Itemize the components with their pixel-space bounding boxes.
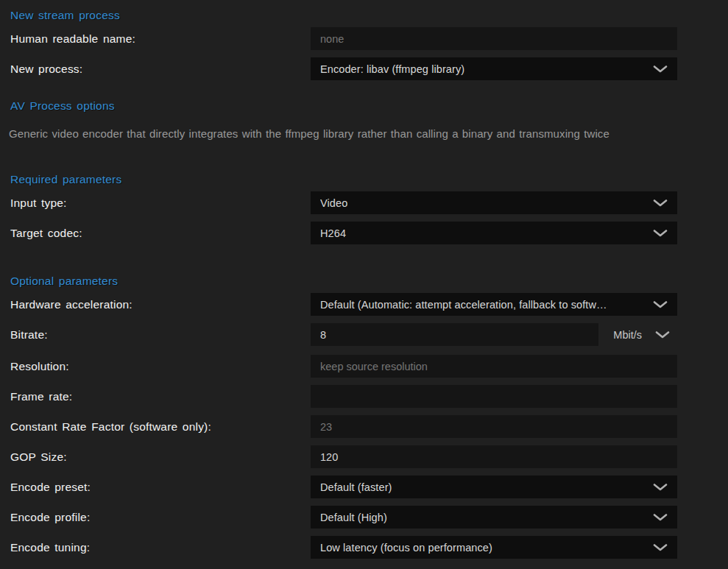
- chevron-down-icon: [653, 230, 668, 237]
- field-row-encode-preset: Encode preset: Default (faster): [9, 476, 677, 498]
- target-codec-select[interactable]: H264: [311, 222, 677, 244]
- encode-tuning-select[interactable]: Low latency (focus on performance): [311, 536, 677, 559]
- human-readable-name-label: Human readable name:: [9, 32, 311, 46]
- input-type-select-value: Video: [320, 197, 347, 209]
- field-row-input-type: Input type: Video: [9, 191, 677, 214]
- chevron-down-icon: [653, 514, 668, 521]
- encode-preset-label: Encode preset:: [9, 481, 311, 494]
- field-row-constant-rate-factor: Constant Rate Factor (software only):: [9, 415, 677, 438]
- chevron-down-icon: [655, 331, 670, 339]
- section-title-new-stream-process: New stream process: [9, 9, 677, 21]
- encode-profile-label: Encode profile:: [9, 511, 311, 524]
- field-row-target-codec: Target codec: H264: [9, 222, 677, 244]
- encode-preset-select-value: Default (faster): [320, 481, 392, 493]
- new-process-select-value: Encoder: libav (ffmpeg library): [320, 63, 464, 75]
- field-row-new-process: New process: Encoder: libav (ffmpeg libr…: [9, 57, 677, 80]
- field-row-human-readable-name: Human readable name:: [9, 27, 677, 50]
- resolution-label: Resolution:: [9, 360, 311, 373]
- stream-process-form: New stream process Human readable name: …: [0, 0, 728, 569]
- encode-preset-select[interactable]: Default (faster): [311, 476, 677, 498]
- target-codec-label: Target codec:: [9, 227, 311, 240]
- human-readable-name-input[interactable]: [311, 27, 677, 50]
- bitrate-unit-label: Mbit/s: [613, 329, 642, 341]
- field-row-bitrate: Bitrate: Mbit/s: [9, 323, 677, 346]
- bitrate-input[interactable]: [311, 323, 598, 346]
- new-process-label: New process:: [9, 63, 311, 76]
- input-type-select[interactable]: Video: [311, 191, 677, 214]
- chevron-down-icon: [653, 544, 668, 551]
- field-row-frame-rate: Frame rate:: [9, 385, 677, 408]
- input-type-label: Input type:: [9, 197, 311, 210]
- section-title-optional-parameters: Optional parameters: [9, 275, 677, 287]
- encode-tuning-select-value: Low latency (focus on performance): [320, 542, 492, 554]
- new-process-select[interactable]: Encoder: libav (ffmpeg library): [311, 57, 677, 80]
- gop-size-label: GOP Size:: [9, 450, 311, 464]
- encode-profile-select-value: Default (High): [320, 512, 387, 523]
- bitrate-unit-select[interactable]: Mbit/s: [598, 323, 677, 346]
- gop-size-input[interactable]: [311, 445, 677, 468]
- constant-rate-factor-label: Constant Rate Factor (software only):: [9, 420, 311, 434]
- resolution-input[interactable]: [311, 355, 677, 378]
- chevron-down-icon: [653, 484, 668, 491]
- encode-tuning-label: Encode tuning:: [9, 541, 311, 554]
- field-row-hardware-acceleration: Hardware acceleration: Default (Automati…: [9, 293, 677, 316]
- hardware-acceleration-select-value: Default (Automatic: attempt acceleration…: [320, 299, 607, 311]
- field-row-gop-size: GOP Size:: [9, 445, 677, 468]
- field-row-resolution: Resolution:: [9, 355, 677, 378]
- chevron-down-icon: [653, 199, 668, 207]
- frame-rate-input[interactable]: [311, 385, 677, 408]
- chevron-down-icon: [653, 66, 668, 73]
- chevron-down-icon: [653, 301, 668, 308]
- hardware-acceleration-label: Hardware acceleration:: [9, 298, 311, 311]
- section-title-required-parameters: Required parameters: [9, 173, 677, 185]
- section-title-av-process-options: AV Process options: [9, 99, 677, 112]
- field-row-encode-tuning: Encode tuning: Low latency (focus on per…: [9, 536, 677, 559]
- encoder-description: Generic video encoder that directly inte…: [9, 127, 677, 141]
- hardware-acceleration-select[interactable]: Default (Automatic: attempt acceleration…: [311, 293, 677, 316]
- target-codec-select-value: H264: [320, 227, 346, 239]
- field-row-encode-profile: Encode profile: Default (High): [9, 506, 677, 529]
- frame-rate-label: Frame rate:: [9, 390, 311, 403]
- bitrate-label: Bitrate:: [9, 328, 311, 342]
- encode-profile-select[interactable]: Default (High): [311, 506, 677, 529]
- constant-rate-factor-input[interactable]: [311, 415, 677, 438]
